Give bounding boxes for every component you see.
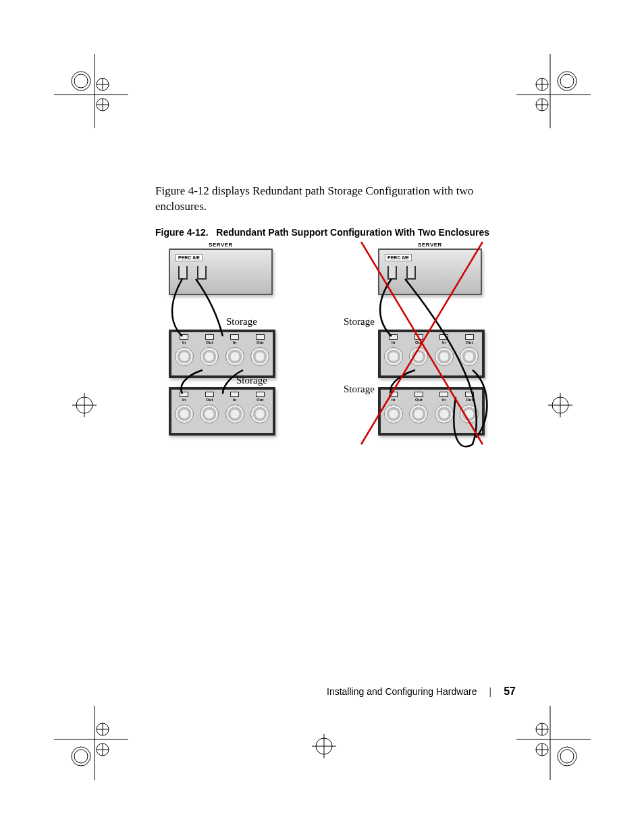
svg-point-43	[552, 397, 568, 413]
svg-point-32	[536, 723, 548, 735]
paragraph-text: Figure 4-12 displays Redundant path Stor…	[155, 184, 506, 215]
registration-mark-ml	[64, 385, 105, 425]
page-footer: Installing and Configuring Hardware | 57	[327, 685, 516, 698]
cables-correct	[155, 242, 321, 458]
svg-point-8	[72, 72, 90, 90]
svg-point-15	[536, 99, 548, 111]
registration-mark-br	[516, 706, 591, 780]
svg-point-5	[97, 99, 109, 111]
svg-point-12	[536, 78, 548, 90]
footer-separator: |	[489, 686, 492, 697]
svg-point-18	[558, 72, 576, 90]
registration-mark-bl	[54, 706, 128, 780]
registration-mark-tr	[516, 54, 591, 128]
svg-point-35	[536, 744, 548, 756]
svg-point-29	[74, 750, 88, 763]
svg-point-28	[72, 747, 90, 766]
figure-caption: Figure 4-12.Redundant Path Support Confi…	[155, 227, 506, 238]
registration-mark-mr	[540, 385, 581, 425]
page-number: 57	[504, 685, 516, 698]
registration-mark-bc	[304, 726, 344, 766]
svg-point-2	[97, 78, 109, 90]
svg-point-39	[560, 750, 574, 763]
svg-point-25	[97, 744, 109, 756]
figure-title: Redundant Path Support Configuration Wit…	[216, 227, 489, 238]
cables-incorrect	[341, 242, 506, 458]
diagram-incorrect: SERVER PERC 6/E Storage In Out In Out St…	[341, 242, 506, 458]
diagram-correct: SERVER PERC 6/E Storage In Out In Out St…	[155, 242, 321, 458]
registration-mark-tl	[54, 54, 128, 128]
figure-number: Figure 4-12.	[155, 227, 216, 238]
svg-point-22	[97, 723, 109, 735]
svg-point-40	[76, 397, 92, 413]
svg-point-38	[558, 747, 576, 766]
svg-point-46	[316, 738, 332, 754]
svg-point-9	[74, 74, 88, 88]
footer-section: Installing and Configuring Hardware	[327, 686, 477, 697]
svg-point-19	[560, 74, 574, 88]
